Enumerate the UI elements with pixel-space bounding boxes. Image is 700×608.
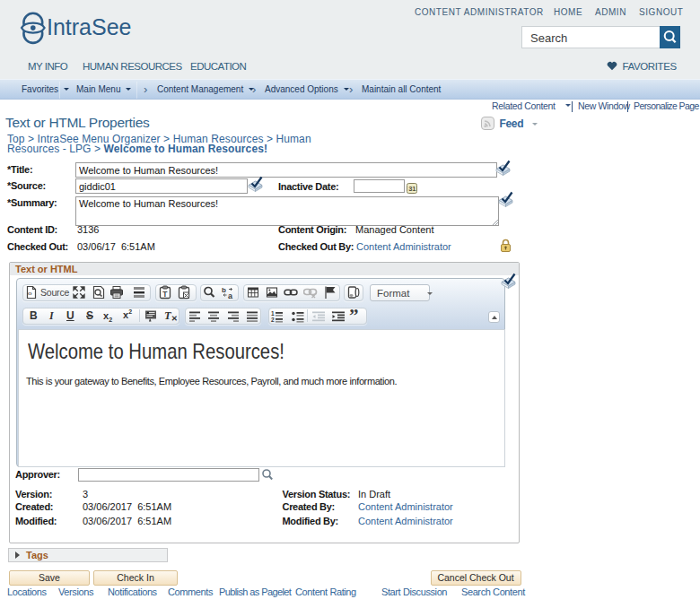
svg-text:IntraSee: IntraSee xyxy=(47,14,132,39)
svg-text:2: 2 xyxy=(271,317,275,323)
svg-text:b: b xyxy=(222,286,226,294)
svg-text:‹›: ‹› xyxy=(28,291,32,297)
svg-text:31: 31 xyxy=(408,185,416,193)
svg-text:a: a xyxy=(228,291,233,300)
svg-text:T: T xyxy=(162,290,168,299)
svg-text:1: 1 xyxy=(271,310,275,317)
